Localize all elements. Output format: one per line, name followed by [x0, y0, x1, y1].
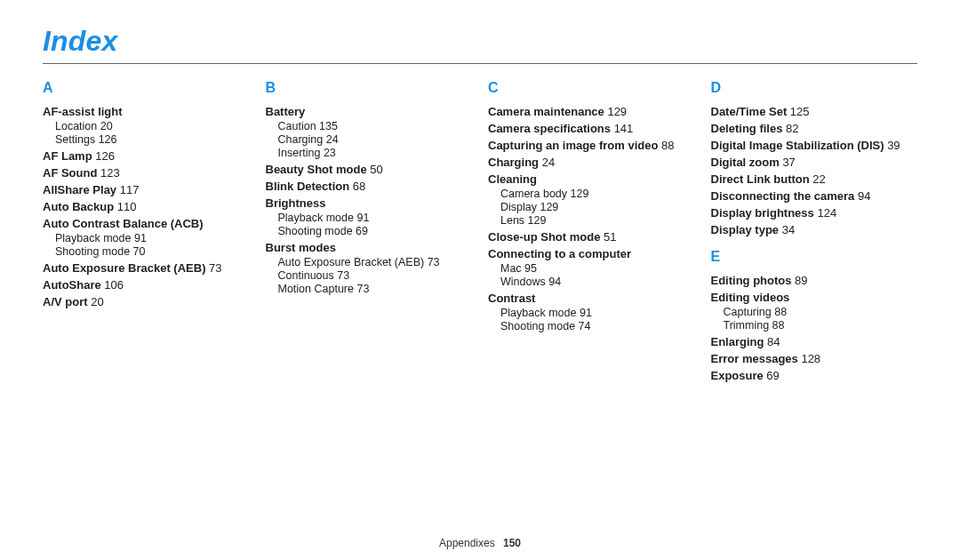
index-column: AAF-assist lightLocation 20Settings 126A…: [43, 80, 250, 384]
index-column: BBatteryCaution 135Charging 24Inserting …: [266, 80, 473, 384]
index-topic: Auto Exposure Bracket (AEB) 73: [43, 261, 250, 275]
page-title: Index: [43, 25, 917, 58]
page-ref: 23: [324, 147, 336, 159]
page-ref: 124: [817, 206, 836, 220]
index-column: DDate/Time Set 125Deleting files 82Digit…: [711, 80, 918, 384]
index-topic: Disconnecting the camera 94: [711, 189, 918, 203]
title-rule: [43, 63, 917, 64]
footer-section: Appendixes: [439, 537, 495, 549]
page-ref: 20: [100, 120, 113, 132]
index-subtopic: Display 129: [500, 201, 695, 213]
page-ref: 129: [607, 105, 627, 118]
page-ref: 106: [104, 278, 124, 292]
index-subtopic: Shooting mode 70: [55, 245, 250, 258]
page-ref: 20: [91, 295, 103, 308]
page-ref: 126: [95, 149, 115, 163]
index-topic: Connecting to a computer: [488, 247, 695, 260]
index-subtopic: Motion Capture 73: [278, 283, 473, 295]
index-subtopic: Camera body 129: [500, 188, 695, 200]
page-ref: 68: [353, 180, 365, 193]
index-topic: Direct Link button 22: [711, 172, 918, 186]
page-ref: 117: [120, 183, 140, 196]
index-topic: Burst modes: [266, 241, 473, 254]
letter-heading: D: [711, 80, 918, 96]
index-topic: AF-assist light: [43, 105, 250, 118]
index-topic: Display brightness 124: [711, 206, 918, 220]
index-column: CCamera maintenance 129Camera specificat…: [488, 80, 695, 384]
page-ref: 88: [661, 139, 674, 152]
page-ref: 73: [356, 283, 369, 295]
index-subtopic: Inserting 23: [278, 147, 473, 159]
index-subtopic: Charging 24: [278, 133, 473, 146]
page-ref: 128: [801, 352, 820, 365]
index-topic: Editing photos 89: [711, 274, 918, 287]
index-topic: Display type 34: [711, 223, 918, 236]
page-ref: 73: [209, 261, 221, 275]
index-topic: Camera specifications 141: [488, 122, 695, 135]
page-ref: 95: [524, 262, 537, 275]
page-ref: 74: [579, 320, 591, 332]
index-subtopic: Trimming 88: [724, 319, 918, 332]
index-topic: Camera maintenance 129: [488, 105, 695, 118]
page-ref: 69: [356, 225, 368, 237]
page-ref: 91: [134, 232, 147, 244]
page-ref: 129: [571, 188, 589, 200]
index-subtopic: Caution 135: [278, 120, 473, 132]
index-topic: Date/Time Set 125: [711, 105, 918, 118]
page-ref: 84: [767, 335, 780, 348]
page-ref: 91: [356, 212, 369, 224]
index-topic: Cleaning: [488, 172, 695, 186]
page-ref: 69: [766, 369, 779, 382]
index-topic: Brightness: [266, 196, 473, 210]
page-ref: 82: [786, 122, 798, 135]
index-topic: Deleting files 82: [711, 122, 918, 135]
index-topic: Error messages 128: [711, 352, 918, 365]
index-subtopic: Lens 129: [500, 214, 695, 227]
page-footer: Appendixes 150: [0, 537, 960, 549]
page-ref: 22: [812, 172, 825, 186]
page-ref: 94: [858, 189, 870, 203]
index-subtopic: Capturing 88: [724, 306, 918, 318]
index-subtopic: Mac 95: [500, 262, 695, 275]
index-topic: Exposure 69: [711, 369, 918, 382]
index-subtopic: Settings 126: [55, 133, 250, 146]
page-ref: 39: [887, 139, 900, 152]
index-topic: Battery: [266, 105, 473, 118]
index-topic: Auto Contrast Balance (ACB): [43, 217, 250, 230]
index-topic: AutoShare 106: [43, 278, 250, 292]
page-ref: 24: [326, 133, 339, 146]
index-topic: Digital zoom 37: [711, 156, 918, 169]
index-subtopic: Playback mode 91: [500, 307, 695, 319]
page-ref: 129: [528, 214, 547, 227]
index-topic: Beauty Shot mode 50: [266, 163, 473, 176]
index-topic: Digital Image Stabilization (DIS) 39: [711, 139, 918, 152]
index-topic: Blink Detection 68: [266, 180, 473, 193]
index-subtopic: Windows 94: [500, 276, 695, 288]
index-subtopic: Playback mode 91: [55, 232, 250, 244]
index-subtopic: Playback mode 91: [278, 212, 473, 224]
page-ref: 24: [542, 156, 555, 169]
page-ref: 141: [614, 122, 634, 135]
index-subtopic: Shooting mode 69: [278, 225, 473, 237]
page-ref: 88: [774, 306, 787, 318]
index-topic: Close-up Shot mode 51: [488, 230, 695, 244]
index-columns: AAF-assist lightLocation 20Settings 126A…: [43, 80, 917, 384]
page-ref: 51: [604, 230, 616, 244]
index-topic: Capturing an image from video 88: [488, 139, 695, 152]
letter-heading: B: [266, 80, 473, 96]
page-ref: 125: [790, 105, 810, 118]
index-topic: AF Sound 123: [43, 166, 250, 180]
page-ref: 34: [782, 223, 795, 236]
page-ref: 37: [782, 156, 795, 169]
index-topic: Editing videos: [711, 291, 918, 304]
index-subtopic: Location 20: [55, 120, 250, 132]
index-topic: A/V port 20: [43, 295, 250, 308]
page-ref: 91: [580, 307, 592, 319]
page-ref: 89: [795, 274, 807, 287]
index-topic: AllShare Play 117: [43, 183, 250, 196]
index-topic: Auto Backup 110: [43, 200, 250, 213]
page-ref: 135: [319, 120, 338, 132]
index-topic: AF Lamp 126: [43, 149, 250, 163]
page-ref: 123: [100, 166, 120, 180]
index-topic: Charging 24: [488, 156, 695, 169]
